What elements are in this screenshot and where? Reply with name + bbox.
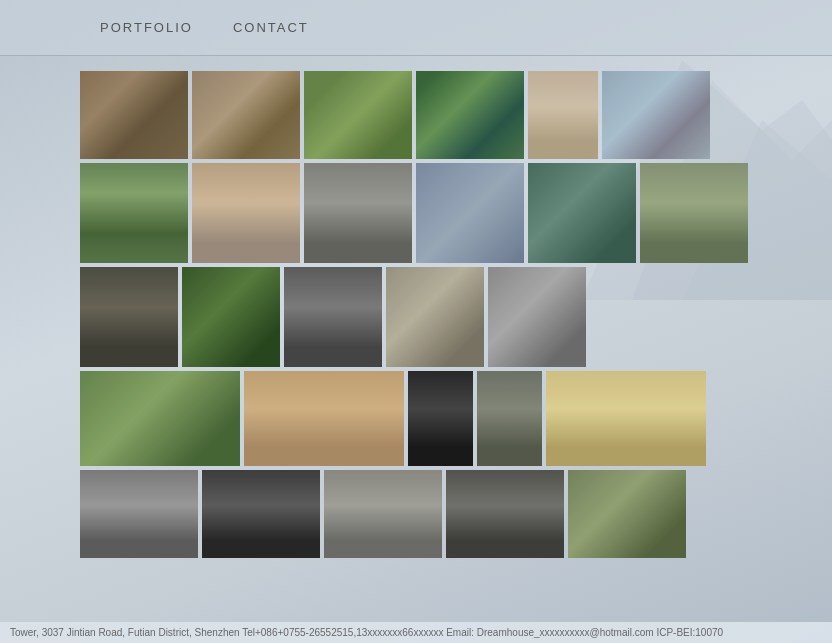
footer-text: Tower, 3037 Jintian Road, Futian Distric… — [10, 627, 723, 638]
gallery-item[interactable] — [477, 371, 542, 466]
gallery-item[interactable] — [528, 163, 636, 263]
gallery-item[interactable] — [304, 163, 412, 263]
gallery-item[interactable] — [80, 163, 188, 263]
gallery-item[interactable] — [80, 267, 178, 367]
gallery-item[interactable] — [488, 267, 586, 367]
gallery-item[interactable] — [284, 267, 382, 367]
gallery-item[interactable] — [192, 163, 300, 263]
gallery-item[interactable] — [568, 470, 686, 558]
gallery-item[interactable] — [304, 71, 412, 159]
gallery-item[interactable] — [192, 71, 300, 159]
gallery-item[interactable] — [446, 470, 564, 558]
gallery-item[interactable] — [324, 470, 442, 558]
contact-nav-link[interactable]: CONTACT — [233, 20, 309, 35]
footer-bar: Tower, 3037 Jintian Road, Futian Distric… — [0, 622, 832, 643]
gallery-item[interactable] — [386, 267, 484, 367]
gallery-item[interactable] — [80, 71, 188, 159]
gallery-row-2 — [80, 163, 752, 263]
gallery-item[interactable] — [80, 470, 198, 558]
main-nav: PORTFOLIO CONTACT — [0, 20, 832, 35]
gallery-item[interactable] — [416, 71, 524, 159]
gallery-item[interactable] — [546, 371, 706, 466]
gallery-row-1 — [80, 71, 752, 159]
gallery-item[interactable] — [408, 371, 473, 466]
gallery-container — [0, 56, 832, 582]
gallery-item[interactable] — [244, 371, 404, 466]
gallery-item[interactable] — [528, 71, 598, 159]
gallery-item[interactable] — [416, 163, 524, 263]
gallery-item[interactable] — [202, 470, 320, 558]
gallery-item[interactable] — [182, 267, 280, 367]
gallery-item[interactable] — [640, 163, 748, 263]
gallery-item[interactable] — [80, 371, 240, 466]
site-header: PORTFOLIO CONTACT — [0, 0, 832, 56]
gallery-item[interactable] — [602, 71, 710, 159]
portfolio-nav-link[interactable]: PORTFOLIO — [100, 20, 193, 35]
gallery-row-3 — [80, 267, 752, 367]
gallery-row-5 — [80, 470, 752, 558]
gallery-row-4 — [80, 371, 752, 466]
